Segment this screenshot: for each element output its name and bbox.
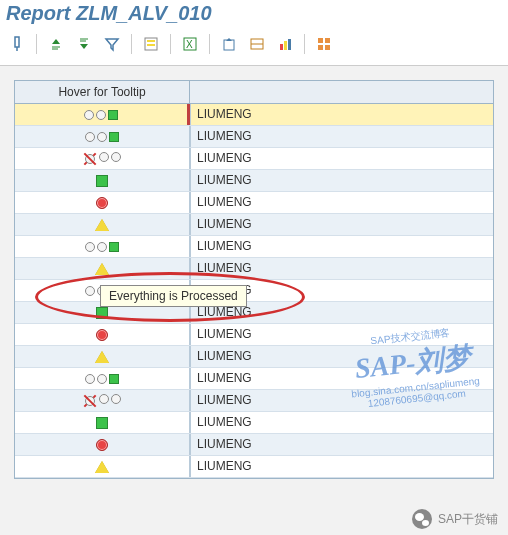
text-cell: LIUMENG [190,368,493,389]
yellow-triangle-icon [95,351,109,363]
wechat-tag: SAP干货铺 [412,509,498,529]
svg-text:X: X [186,39,193,50]
svg-rect-7 [147,40,155,42]
table-row[interactable]: LIUMENG [15,258,493,280]
status-icon-cell [15,434,190,455]
detail-icon[interactable] [6,33,28,55]
hover-tooltip: Everything is Processed [100,285,247,307]
status-icon-cell [15,170,190,191]
status-icon-cell [15,258,190,279]
text-cell: LIUMENG [190,346,493,367]
alv-toolbar: X [0,27,508,66]
svg-rect-19 [318,45,323,50]
svg-rect-15 [284,41,287,50]
status-icon-cell [15,236,190,257]
text-cell: LIUMENG [190,456,493,477]
table-row[interactable]: LIUMENG [15,214,493,236]
table-row[interactable]: LIUMENG [15,170,493,192]
text-cell: LIUMENG [190,126,493,147]
report-title: Report ZLM_ALV_010 [0,0,508,27]
table-row[interactable]: LIUMENG [15,126,493,148]
table-row[interactable]: LIUMENG [15,390,493,412]
text-cell: LIUMENG [190,434,493,455]
red-circle-icon [96,197,108,209]
status-icon-cell [15,324,190,345]
text-cell: LIUMENG [190,390,493,411]
excel-icon[interactable]: X [179,33,201,55]
text-cell: LIUMENG [190,104,493,125]
toolbar-separator [170,34,171,54]
status-icon-cell [15,368,190,389]
status-icon-cell [15,126,190,147]
status-icon-cell [15,192,190,213]
table-row[interactable]: LIUMENG [15,368,493,390]
traffic-light-icon [85,132,119,142]
status-icon-cell [15,346,190,367]
status-icon-cell [15,456,190,477]
abc-icon[interactable] [246,33,268,55]
yellow-triangle-icon [95,263,109,275]
traffic-light-icon [85,374,119,384]
green-square-icon [96,175,108,187]
column-header-icon[interactable]: Hover for Tooltip [15,81,190,103]
crossed-circle-icon [83,152,121,166]
text-cell: LIUMENG [190,170,493,191]
table-row[interactable]: LIUMENG [15,104,493,126]
green-square-icon [96,307,108,319]
svg-rect-14 [280,44,283,50]
status-icon-cell [15,390,190,411]
column-header-text[interactable] [190,81,493,103]
table-row[interactable]: LIUMENG [15,412,493,434]
wechat-icon [412,509,432,529]
export-icon[interactable] [218,33,240,55]
table-row[interactable]: LIUMENG [15,148,493,170]
status-icon-cell [15,412,190,433]
svg-rect-20 [325,45,330,50]
toolbar-separator [36,34,37,54]
text-cell: LIUMENG [190,236,493,257]
layout-icon[interactable] [140,33,162,55]
alv-grid: Hover for Tooltip LIUMENGLIUMENGLIUMENGL… [14,80,494,479]
svg-rect-11 [224,40,234,50]
text-cell: LIUMENG [190,214,493,235]
chart-icon[interactable] [274,33,296,55]
text-cell: LIUMENG [190,412,493,433]
table-row[interactable]: LIUMENG [15,434,493,456]
svg-rect-16 [288,39,291,50]
sort-asc-icon[interactable] [45,33,67,55]
status-icon-cell [15,148,190,169]
status-icon-cell [15,104,190,125]
table-row[interactable]: LIUMENG [15,302,493,324]
table-row[interactable]: LIUMENG [15,346,493,368]
status-icon-cell [15,214,190,235]
text-cell: LIUMENG [190,148,493,169]
filter-icon[interactable] [101,33,123,55]
green-square-icon [96,417,108,429]
table-row[interactable]: LIUMENG [15,280,493,302]
traffic-light-icon [84,110,118,120]
traffic-light-icon [85,242,119,252]
red-circle-icon [96,439,108,451]
table-row[interactable]: LIUMENG [15,192,493,214]
text-cell: LIUMENG [190,192,493,213]
svg-rect-17 [318,38,323,43]
table-row[interactable]: LIUMENG [15,456,493,478]
yellow-triangle-icon [95,461,109,473]
sort-desc-icon[interactable] [73,33,95,55]
text-cell: LIUMENG [190,258,493,279]
table-row[interactable]: LIUMENG [15,236,493,258]
grid-header: Hover for Tooltip [15,81,493,104]
table-row[interactable]: LIUMENG [15,324,493,346]
toolbar-separator [304,34,305,54]
svg-rect-0 [15,37,19,47]
yellow-triangle-icon [95,219,109,231]
svg-rect-8 [147,44,155,46]
toolbar-separator [131,34,132,54]
wechat-label: SAP干货铺 [438,511,498,528]
crossed-circle-icon [83,394,121,408]
toolbar-separator [209,34,210,54]
text-cell: LIUMENG [190,324,493,345]
svg-rect-18 [325,38,330,43]
red-circle-icon [96,329,108,341]
grid-icon[interactable] [313,33,335,55]
